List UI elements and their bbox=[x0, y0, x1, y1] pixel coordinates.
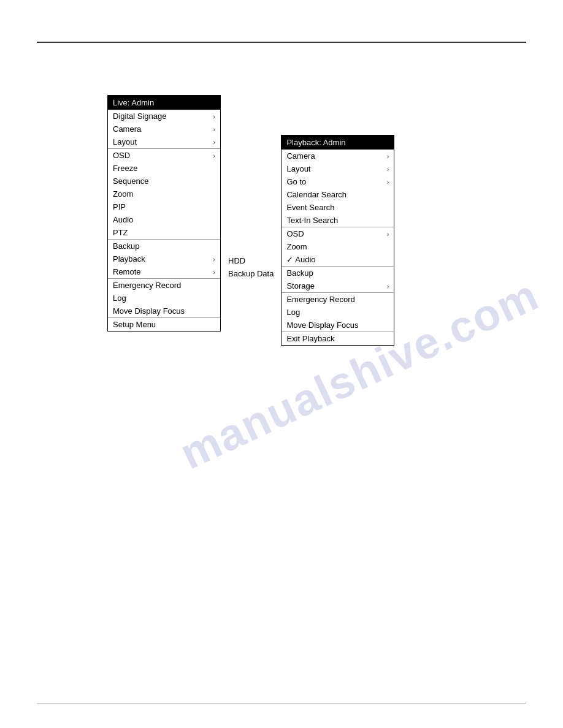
live-menu-item-9[interactable]: PTZ bbox=[108, 226, 220, 239]
submenu-label-1[interactable]: Backup Data bbox=[221, 267, 281, 280]
submenu-label-0[interactable]: HDD bbox=[221, 254, 281, 267]
live-menu-item-13[interactable]: Emergency Record bbox=[108, 278, 220, 292]
live-menu-item-10[interactable]: Backup bbox=[108, 239, 220, 252]
arrow-icon: › bbox=[213, 268, 215, 276]
live-menu-item-0[interactable]: Digital Signage› bbox=[108, 110, 220, 123]
playback-menu-item-10[interactable]: Storage› bbox=[282, 279, 394, 292]
live-menu-item-16[interactable]: Setup Menu bbox=[108, 317, 220, 331]
playback-menu-item-2[interactable]: Go to› bbox=[282, 175, 394, 188]
playback-menu-item-6[interactable]: OSD› bbox=[282, 227, 394, 240]
playback-menu-item-8[interactable]: ✓ Audio bbox=[282, 253, 394, 266]
playback-menu-item-12[interactable]: Log bbox=[282, 306, 394, 319]
bottom-divider bbox=[37, 703, 526, 703]
live-menu-item-4[interactable]: Freeze bbox=[108, 162, 220, 175]
arrow-icon: › bbox=[213, 138, 215, 146]
submenu-connector: HDDBackup Data bbox=[221, 95, 281, 280]
live-menu-item-7[interactable]: PIP bbox=[108, 200, 220, 213]
playback-menu: Playback: Admin Camera›Layout›Go to›Cale… bbox=[281, 135, 394, 346]
playback-menu-item-13[interactable]: Move Display Focus bbox=[282, 319, 394, 332]
live-menu-header: Live: Admin bbox=[108, 96, 220, 110]
playback-menu-item-7[interactable]: Zoom bbox=[282, 240, 394, 253]
menus-container: Live: Admin Digital Signage›Camera›Layou… bbox=[107, 95, 394, 346]
live-menu: Live: Admin Digital Signage›Camera›Layou… bbox=[107, 95, 221, 332]
playback-menu-item-5[interactable]: Text-In Search bbox=[282, 214, 394, 227]
arrow-icon: › bbox=[213, 256, 215, 263]
live-menu-item-15[interactable]: Move Display Focus bbox=[108, 305, 220, 317]
live-menu-item-1[interactable]: Camera› bbox=[108, 123, 220, 135]
arrow-icon: › bbox=[387, 153, 389, 160]
playback-menu-header: Playback: Admin bbox=[282, 135, 394, 150]
live-menu-item-5[interactable]: Sequence bbox=[108, 175, 220, 188]
playback-menu-item-4[interactable]: Event Search bbox=[282, 201, 394, 214]
playback-menu-item-14[interactable]: Exit Playback bbox=[282, 332, 394, 345]
live-menu-item-2[interactable]: Layout› bbox=[108, 135, 220, 148]
arrow-icon: › bbox=[213, 152, 215, 159]
playback-menu-item-1[interactable]: Layout› bbox=[282, 162, 394, 175]
playback-menu-item-11[interactable]: Emergency Record bbox=[282, 292, 394, 306]
arrow-icon: › bbox=[213, 113, 215, 120]
arrow-icon: › bbox=[387, 230, 389, 238]
live-menu-item-3[interactable]: OSD› bbox=[108, 148, 220, 162]
playback-menu-item-9[interactable]: Backup bbox=[282, 266, 394, 279]
live-menu-item-11[interactable]: Playback› bbox=[108, 252, 220, 265]
arrow-icon: › bbox=[387, 282, 389, 290]
top-divider bbox=[37, 42, 526, 43]
live-menu-item-8[interactable]: Audio bbox=[108, 213, 220, 226]
live-menu-item-6[interactable]: Zoom bbox=[108, 188, 220, 200]
playback-menu-item-0[interactable]: Camera› bbox=[282, 150, 394, 162]
live-menu-item-12[interactable]: Remote› bbox=[108, 265, 220, 278]
arrow-icon: › bbox=[387, 178, 389, 186]
arrow-icon: › bbox=[387, 165, 389, 173]
playback-menu-wrapper: Playback: Admin Camera›Layout›Go to›Cale… bbox=[281, 135, 394, 346]
arrow-icon: › bbox=[213, 126, 215, 133]
live-menu-item-14[interactable]: Log bbox=[108, 292, 220, 305]
playback-menu-item-3[interactable]: Calendar Search bbox=[282, 188, 394, 201]
